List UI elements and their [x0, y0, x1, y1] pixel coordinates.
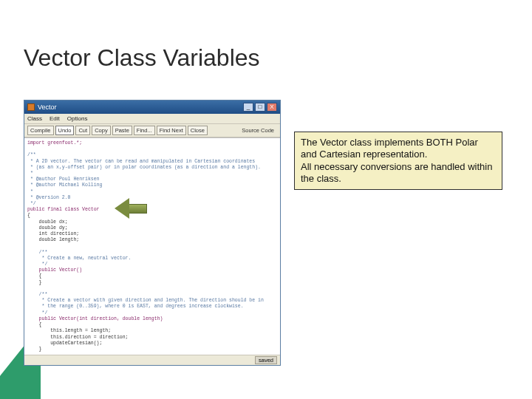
- code-line: * Create a new, neutral vector.: [27, 256, 131, 261]
- note-line2: All necessary conversions are handled wi…: [301, 161, 492, 184]
- code-line: */: [27, 262, 47, 267]
- arrow-body: [129, 204, 147, 214]
- code-line: double dy;: [27, 225, 68, 231]
- code-line: * @version 2.0: [27, 195, 71, 200]
- code-line: {: [27, 322, 42, 327]
- code-line: * @author Poul Henriksen: [27, 177, 100, 182]
- menubar: Class Edit Options: [24, 114, 280, 124]
- arrow-left-icon: [115, 198, 129, 219]
- paste-button[interactable]: Paste: [112, 126, 132, 135]
- close-editor-button[interactable]: Close: [188, 126, 208, 135]
- code-line: */: [27, 201, 36, 206]
- compile-button[interactable]: Compile: [27, 126, 54, 135]
- code-line: this.direction = direction;: [27, 335, 129, 340]
- slide-title: Vector Class Variables: [24, 44, 260, 72]
- code-line: */: [27, 310, 47, 316]
- menu-edit[interactable]: Edit: [50, 115, 60, 122]
- code-area[interactable]: import greenfoot.*; /** * A 2D vector. T…: [24, 137, 280, 355]
- status-text: saved: [255, 356, 277, 364]
- code-line: updateCartesian();: [27, 341, 102, 346]
- code-line: * A 2D vector. The vector can be read an…: [27, 159, 255, 164]
- cut-button[interactable]: Cut: [75, 126, 90, 135]
- copy-button[interactable]: Copy: [92, 126, 111, 135]
- app-icon: [27, 103, 35, 111]
- code-line: *: [27, 171, 33, 176]
- code-line: {: [27, 273, 42, 279]
- pointer-arrow: [115, 198, 147, 219]
- code-line: }: [27, 347, 42, 352]
- code-line: double length;: [27, 237, 79, 242]
- callout-note: The Vector class implements BOTH Polar a…: [294, 132, 502, 190]
- menu-class[interactable]: Class: [27, 115, 42, 122]
- note-line1: The Vector class implements BOTH Polar a…: [301, 137, 478, 160]
- code-line: import greenfoot.*;: [27, 140, 82, 146]
- code-line: /**: [27, 292, 47, 297]
- code-line: /**: [27, 250, 47, 255]
- code-line: this.length = length;: [27, 328, 111, 333]
- findnext-button[interactable]: Find Next: [157, 126, 186, 135]
- source-code-label: Source Code: [242, 127, 277, 134]
- code-line: *: [27, 189, 33, 194]
- code-line: * the range (0..359), where 0 is EAST, a…: [27, 304, 244, 309]
- code-editor-window: Vector _ □ X Class Edit Options Compile …: [24, 100, 281, 366]
- statusbar: saved: [24, 355, 280, 365]
- code-line: * @author Michael Kolling: [27, 183, 102, 188]
- toolbar: Compile Undo Cut Copy Paste Find... Find…: [24, 124, 280, 137]
- maximize-button[interactable]: □: [255, 103, 265, 112]
- code-line: public Vector(): [27, 267, 82, 273]
- code-line: /**: [27, 152, 36, 157]
- code-line: int direction;: [27, 231, 79, 236]
- code-line: * (as an x,y-offset pair) or in polar co…: [27, 165, 261, 170]
- code-line: * Create a vector with given direction a…: [27, 298, 264, 303]
- close-button[interactable]: X: [267, 103, 277, 112]
- code-line: public final class Vector: [27, 207, 100, 212]
- code-line: public Vector(int direction, double leng…: [27, 316, 163, 321]
- code-line: double dx;: [27, 219, 68, 225]
- window-titlebar: Vector _ □ X: [24, 100, 280, 114]
- code-line: {: [27, 213, 30, 218]
- window-title: Vector: [38, 103, 57, 111]
- minimize-button[interactable]: _: [243, 103, 253, 112]
- find-button[interactable]: Find...: [134, 126, 155, 135]
- code-line: }: [27, 280, 42, 285]
- menu-options[interactable]: Options: [67, 115, 88, 122]
- undo-button[interactable]: Undo: [55, 126, 75, 135]
